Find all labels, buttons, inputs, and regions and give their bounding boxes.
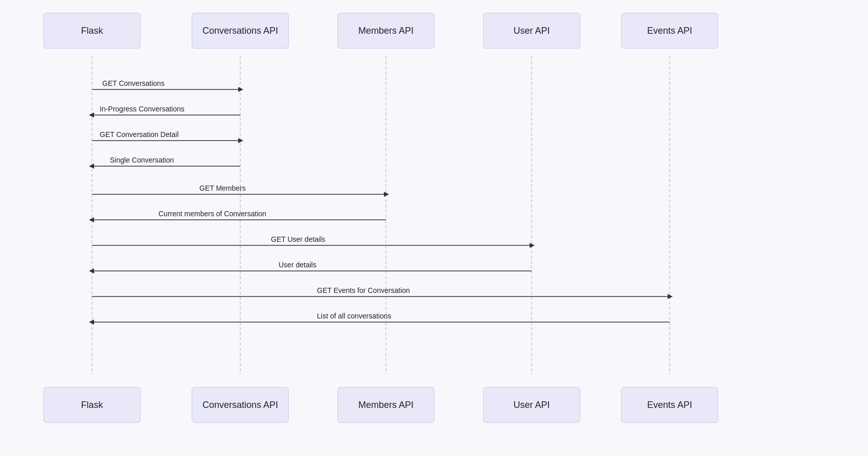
svg-marker-6 xyxy=(238,87,243,92)
actor-members-api-top-label: Members API xyxy=(358,26,414,36)
svg-text:List of all conversations: List of all conversations xyxy=(317,312,392,320)
actor-conversations-api-bottom: Conversations API xyxy=(192,387,289,423)
svg-text:GET Conversation Detail: GET Conversation Detail xyxy=(100,130,179,139)
actor-events-api-bottom: Events API xyxy=(621,387,718,423)
svg-marker-24 xyxy=(530,243,535,248)
svg-marker-18 xyxy=(384,192,389,197)
svg-text:GET User details: GET User details xyxy=(271,235,325,243)
actor-flask-bottom: Flask xyxy=(43,387,141,423)
svg-text:GET Events for Conversation: GET Events for Conversation xyxy=(317,286,410,294)
actor-members-api-bottom: Members API xyxy=(337,387,435,423)
svg-marker-21 xyxy=(89,217,94,222)
actor-members-api-bottom-label: Members API xyxy=(358,400,414,411)
actor-events-api-top: Events API xyxy=(621,13,718,49)
svg-marker-15 xyxy=(89,164,94,169)
actor-flask-top-label: Flask xyxy=(81,26,103,36)
actor-user-api-bottom-label: User API xyxy=(513,400,550,411)
svg-text:Single Conversation: Single Conversation xyxy=(110,156,174,164)
svg-text:User details: User details xyxy=(279,261,316,269)
actor-members-api-top: Members API xyxy=(337,13,435,49)
svg-marker-27 xyxy=(89,268,94,273)
svg-marker-33 xyxy=(89,320,94,325)
svg-marker-30 xyxy=(668,294,673,299)
svg-text:GET Members: GET Members xyxy=(199,184,246,192)
actor-events-api-bottom-label: Events API xyxy=(647,400,692,411)
actor-events-api-top-label: Events API xyxy=(647,26,692,36)
actor-conversations-api-top-label: Conversations API xyxy=(202,26,278,36)
svg-text:In-Progress Conversations: In-Progress Conversations xyxy=(100,105,185,113)
actor-user-api-bottom: User API xyxy=(483,387,580,423)
svg-text:GET Conversations: GET Conversations xyxy=(102,79,165,87)
actor-conversations-api-top: Conversations API xyxy=(192,13,289,49)
actor-flask-bottom-label: Flask xyxy=(81,400,103,411)
svg-marker-9 xyxy=(89,112,94,118)
actor-user-api-top-label: User API xyxy=(513,26,550,36)
actor-conversations-api-bottom-label: Conversations API xyxy=(202,400,278,411)
svg-text:Current members of Conversatio: Current members of Conversation xyxy=(158,210,266,218)
svg-marker-12 xyxy=(238,138,243,143)
actor-user-api-top: User API xyxy=(483,13,580,49)
actor-flask-top: Flask xyxy=(43,13,141,49)
sequence-diagram: GET Conversations In-Progress Conversati… xyxy=(0,0,868,456)
